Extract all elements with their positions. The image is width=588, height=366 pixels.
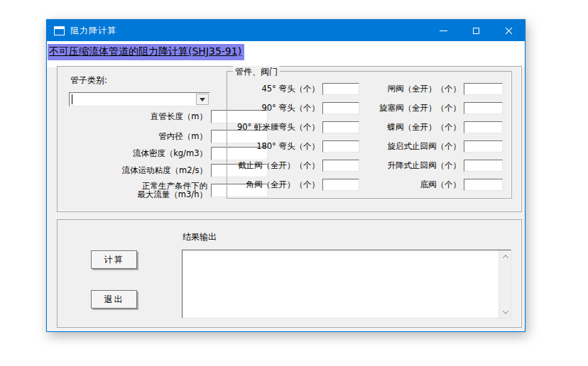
text-caret [72, 94, 72, 104]
gate-valve-label: 闸阀（全开）（个） [368, 84, 464, 94]
fittings-group-title: 管件、阀门 [233, 66, 280, 78]
fitting-row: 升降式止回阀（个） [368, 159, 503, 172]
mitre-elbow90-label: 90° 虾米腰弯头（个） [229, 122, 322, 133]
lift-check-valve-label: 升降式止回阀（个） [368, 160, 464, 171]
fitting-row: 45° 弯头（个） [229, 82, 359, 95]
fitting-row: 90° 弯头（个） [229, 101, 359, 114]
kinematic-viscosity-label: 流体运动粘度（m2/s） [60, 166, 211, 174]
max-flow-label: 正常生产条件下的 最大流量（m3/h） [60, 182, 211, 199]
elbow90-input[interactable] [322, 102, 359, 114]
elbow45-label: 45° 弯头（个） [229, 84, 322, 94]
fitting-row: 蝶阀（全开）（个） [368, 121, 503, 133]
combobox-dropdown-button[interactable] [196, 94, 209, 105]
app-window: 阻力降计算 不可压缩流体管道的阻力降计算(SHJ35-91) 管子类别: [46, 19, 526, 332]
elbow45-input[interactable] [322, 83, 359, 95]
elbow90-label: 90° 弯头（个） [229, 103, 322, 113]
maximize-button[interactable] [459, 20, 492, 41]
globe-valve-input[interactable] [322, 160, 359, 172]
window-title: 阻力降计算 [70, 25, 116, 37]
elbow180-input[interactable] [322, 140, 359, 152]
close-button[interactable] [492, 20, 525, 41]
parameters-panel: 管子类别: 直管长度（m） 管内径（m） 流体密度（kg/m3） [57, 66, 522, 212]
elbow180-label: 180° 弯头（个） [229, 141, 322, 152]
fitting-row: 180° 弯头（个） [229, 140, 359, 152]
window-controls [427, 20, 525, 41]
scroll-down-button[interactable] [499, 306, 511, 318]
exit-button[interactable]: 退出 [91, 290, 137, 309]
result-panel: 计算 退出 结果输出 [57, 219, 522, 328]
angle-valve-input[interactable] [322, 179, 359, 191]
minimize-icon [440, 30, 447, 31]
scroll-down-icon [502, 308, 508, 314]
header-strip: 不可压缩流体管道的阻力降计算(SHJ35-91) [47, 41, 525, 67]
plug-valve-input[interactable] [464, 102, 503, 114]
result-output-label: 结果输出 [183, 231, 217, 243]
page-title: 不可压缩流体管道的阻力降计算(SHJ35-91) [48, 44, 244, 60]
plug-valve-label: 旋塞阀（全开）（个） [368, 103, 464, 113]
vertical-scrollbar[interactable] [499, 250, 511, 318]
pipe-category-combobox[interactable] [69, 92, 210, 106]
pipe-category-label: 管子类别: [70, 74, 107, 87]
fitting-row: 旋启式止回阀（个） [368, 140, 503, 152]
swing-check-valve-label: 旋启式止回阀（个） [368, 141, 464, 152]
fluid-density-label: 流体密度（kg/m3） [60, 149, 211, 157]
straight-length-label: 直管长度（m） [60, 112, 211, 121]
globe-valve-label: 截止阀（全开）（个） [229, 160, 322, 171]
fitting-row: 闸阀（全开）（个） [368, 82, 503, 95]
minimize-button[interactable] [427, 20, 459, 41]
swing-check-valve-input[interactable] [464, 140, 503, 152]
scroll-up-icon [502, 255, 508, 260]
chevron-down-icon [200, 98, 205, 101]
fitting-row: 90° 虾米腰弯头（个） [229, 121, 359, 133]
inner-diameter-label: 管内径（m） [60, 132, 211, 140]
result-output-textbox[interactable] [182, 250, 511, 318]
client-area: 不可压缩流体管道的阻力降计算(SHJ35-91) 管子类别: 直管长度（m） 管… [47, 41, 525, 331]
desktop: 阻力降计算 不可压缩流体管道的阻力降计算(SHJ35-91) 管子类别: [0, 0, 588, 366]
maximize-icon [473, 28, 479, 34]
fitting-row: 截止阀（全开）（个） [229, 159, 359, 172]
angle-valve-label: 角阀（全开）（个） [229, 179, 322, 190]
fitting-row: 角阀（全开）（个） [229, 178, 359, 191]
calculate-button[interactable]: 计算 [91, 250, 137, 269]
scroll-up-button[interactable] [499, 250, 511, 262]
butterfly-valve-input[interactable] [464, 121, 503, 133]
fitting-row: 底阀（个） [368, 178, 503, 191]
gate-valve-input[interactable] [464, 83, 503, 95]
lift-check-valve-input[interactable] [464, 160, 503, 172]
titlebar[interactable]: 阻力降计算 [47, 20, 525, 41]
fittings-groupbox: 管件、阀门 45° 弯头（个） 90° 弯头（个） 90° 虾米腰弯头（个） [227, 71, 512, 199]
fitting-row: 旋塞阀（全开）（个） [368, 101, 503, 114]
form-icon [54, 26, 65, 35]
butterfly-valve-label: 蝶阀（全开）（个） [368, 122, 464, 133]
foot-valve-label: 底阀（个） [368, 179, 464, 190]
mitre-elbow90-input[interactable] [322, 121, 359, 133]
foot-valve-input[interactable] [464, 179, 503, 191]
close-icon [504, 26, 513, 35]
